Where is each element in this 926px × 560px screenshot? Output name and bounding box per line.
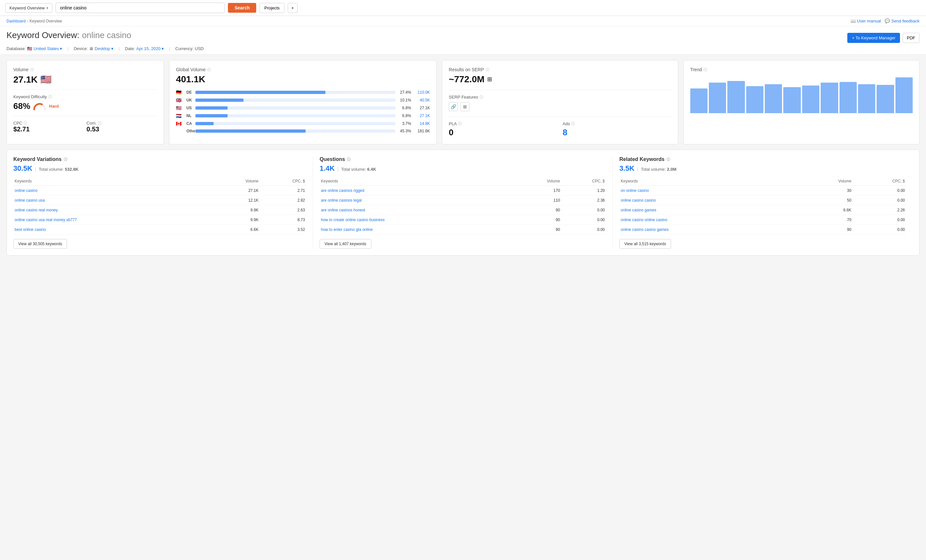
volume-value: 27.1K 🇺🇸 xyxy=(13,74,157,85)
global-volume-row: 🇨🇦 CA 3.7% 14.8K xyxy=(176,121,430,126)
cpc-info-icon[interactable]: ⓘ xyxy=(23,121,27,126)
global-volume-card: Global Volume ⓘ 401.1K 🇩🇪 DE 27.4% 110.0… xyxy=(169,60,437,144)
volume-cell: 170 xyxy=(515,186,561,195)
keyword-link[interactable]: how to enter casino gta online xyxy=(321,227,372,232)
keyword-link[interactable]: are online casinos honest xyxy=(321,208,365,212)
keyword-link[interactable]: online casino usa xyxy=(15,198,45,203)
book-icon: 📖 xyxy=(850,18,856,23)
q-count: 1.4K xyxy=(319,164,334,173)
kv-count: 30.5K xyxy=(13,164,33,173)
keyword-link[interactable]: how to create online casino business xyxy=(321,218,384,222)
volume-info-icon[interactable]: ⓘ xyxy=(30,67,34,72)
volume-cell: 30 xyxy=(797,186,852,195)
search-input[interactable] xyxy=(56,3,225,13)
filter-sep-3: | xyxy=(169,46,170,51)
user-manual-link[interactable]: 📖 User manual xyxy=(850,18,881,23)
kv-view-all-button[interactable]: View all 30,505 keywords xyxy=(13,239,67,249)
country-code: NL xyxy=(186,114,193,118)
difficulty-label: Keyword Difficulty ⓘ xyxy=(13,94,157,99)
keyword-cell: best online casino xyxy=(13,225,212,235)
keyword-link[interactable]: online casino casino xyxy=(621,198,656,203)
page-header: Keyword Overview: online casino + To Key… xyxy=(0,26,926,55)
bar-percent: 6.8% xyxy=(398,106,411,110)
keyword-link[interactable]: online casino casino games xyxy=(621,227,669,232)
q-view-all-button[interactable]: View all 1,407 keywords xyxy=(319,239,371,249)
global-volume-row: 🇳🇱 NL 6.8% 27.1K xyxy=(176,113,430,118)
trend-info-icon[interactable]: ⓘ xyxy=(704,67,707,72)
ads-label: Ads ⓘ xyxy=(563,121,672,126)
bar-background xyxy=(195,91,395,94)
pla-ads-row: PLA ⓘ 0 Ads ⓘ 8 xyxy=(449,121,671,138)
search-button[interactable]: Search xyxy=(228,3,256,13)
tool-dropdown[interactable]: Keyword Overview ▾ xyxy=(5,3,52,13)
global-volume-info-icon[interactable]: ⓘ xyxy=(207,67,211,72)
keyword-link[interactable]: online casino games xyxy=(621,208,656,212)
table-row: how to enter casino gta online 90 0.00 xyxy=(319,225,606,235)
bar-percent: 45.3% xyxy=(398,129,411,133)
keyword-cell: on online casino xyxy=(619,186,797,195)
rk-count-row: 3.5K | Total volume: 2.0M xyxy=(619,164,906,176)
keyword-link[interactable]: online casino online casino xyxy=(621,218,667,222)
device-value[interactable]: Desktop ▾ xyxy=(95,46,113,51)
volume-cell: 12.1K xyxy=(212,195,260,205)
cpc-item: CPC ⓘ $2.71 xyxy=(13,121,84,133)
pla-info-icon[interactable]: ⓘ xyxy=(458,121,462,126)
rk-info-icon[interactable]: ⓘ xyxy=(667,157,670,162)
ads-info-icon[interactable]: ⓘ xyxy=(571,121,575,126)
currency-label: Currency: USD xyxy=(175,46,204,51)
table-row: on online casino 30 0.00 xyxy=(619,186,906,195)
bar-fill xyxy=(195,122,213,125)
keyword-cell: are online casinos legal xyxy=(319,195,515,205)
page-title: Keyword Overview: online casino xyxy=(6,30,132,40)
flag-icon: 🇺🇸 xyxy=(176,105,184,110)
pla-label: PLA ⓘ xyxy=(449,121,557,126)
pdf-button[interactable]: PDF xyxy=(903,33,920,43)
bar-background xyxy=(195,114,395,117)
keyword-link[interactable]: online casino usa real money xb777 xyxy=(15,218,77,222)
breadcrumb: Dashboard › Keyword Overview xyxy=(6,19,62,23)
com-item: Com. ⓘ 0.53 xyxy=(86,121,157,133)
breadcrumb-dashboard[interactable]: Dashboard xyxy=(6,19,26,23)
pla-item: PLA ⓘ 0 xyxy=(449,121,557,138)
serp-copy-icon: ⊞ xyxy=(487,76,492,83)
keyword-link[interactable]: online casino xyxy=(15,188,37,193)
cards-row: Volume ⓘ 27.1K 🇺🇸 Keyword Difficulty ⓘ 6… xyxy=(6,60,920,144)
add-project-button[interactable]: + xyxy=(288,3,298,13)
projects-button[interactable]: Projects xyxy=(259,3,284,13)
date-value[interactable]: Apr 15, 2020 ▾ xyxy=(136,46,163,51)
to-keyword-manager-button[interactable]: + To Keyword Manager xyxy=(847,33,900,43)
volume-cell: 9.9K xyxy=(212,215,260,225)
kv-table: Keywords Volume CPC, $ online casino 27.… xyxy=(13,177,306,235)
serp-features-info-icon[interactable]: ⓘ xyxy=(480,95,483,100)
trend-chart xyxy=(690,74,913,113)
kv-info-icon[interactable]: ⓘ xyxy=(64,157,67,162)
keyword-link[interactable]: are online casinos rigged xyxy=(321,188,364,193)
com-info-icon[interactable]: ⓘ xyxy=(98,121,101,126)
cpc-cell: 2.26 xyxy=(852,205,906,215)
com-value: 0.53 xyxy=(86,126,157,133)
cpc-cell: 3.52 xyxy=(260,225,306,235)
difficulty-info-icon[interactable]: ⓘ xyxy=(48,94,52,99)
volume-card: Volume ⓘ 27.1K 🇺🇸 Keyword Difficulty ⓘ 6… xyxy=(6,60,164,144)
volume-cell: 90 xyxy=(797,225,852,235)
cpc-cell: 0.00 xyxy=(561,205,606,215)
database-value[interactable]: United States ▾ xyxy=(33,46,62,51)
send-feedback-link[interactable]: 💬 Send feedback xyxy=(885,18,920,23)
rk-view-all-button[interactable]: View all 3,515 keywords xyxy=(619,239,671,249)
table-row: online casino games 6.6K 2.26 xyxy=(619,205,906,215)
keyword-link[interactable]: on online casino xyxy=(621,188,649,193)
keyword-link[interactable]: are online casinos legal xyxy=(321,198,362,203)
breadcrumb-row: Dashboard › Keyword Overview 📖 User manu… xyxy=(0,16,926,26)
difficulty-arc-icon xyxy=(33,103,47,110)
cpc-cell: 1.20 xyxy=(561,186,606,195)
keyword-link[interactable]: best online casino xyxy=(15,227,46,232)
filters-row: Database: 🇺🇸 United States ▾ | Device: 🖥… xyxy=(6,44,920,54)
keyword-link[interactable]: online casino real money xyxy=(15,208,58,212)
q-info-icon[interactable]: ⓘ xyxy=(347,157,351,162)
table-row: online casino usa real money xb777 9.9K … xyxy=(13,215,306,225)
cpc-value: $2.71 xyxy=(13,126,84,133)
related-keywords-section: Related Keywords ⓘ 3.5K | Total volume: … xyxy=(613,156,913,249)
serp-info-icon[interactable]: ⓘ xyxy=(486,67,489,72)
cpc-cell: 0.00 xyxy=(852,195,906,205)
global-volume-row: 🇺🇸 US 6.8% 27.1K xyxy=(176,105,430,110)
